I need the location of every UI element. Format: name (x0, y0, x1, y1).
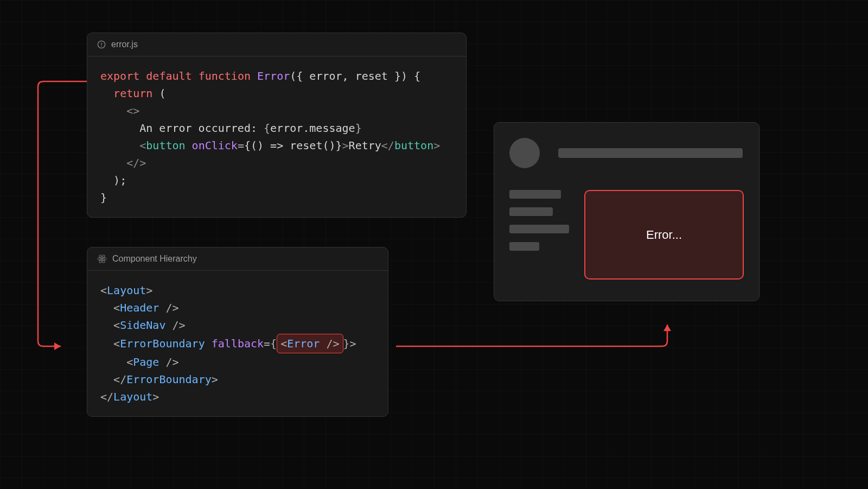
nav-item (509, 242, 539, 251)
browser-header-row (509, 138, 744, 168)
sidenav-placeholder (509, 190, 569, 280)
code-filename: error.js (111, 40, 138, 49)
nav-item (509, 190, 561, 199)
error-region: Error... (584, 190, 744, 280)
error-fallback-chip: <Error /> (277, 334, 343, 353)
code-panel: error.js export default function Error({… (87, 33, 467, 218)
code-body: export default function Error({ error, r… (87, 56, 466, 217)
hierarchy-panel: Component Hierarchy <Layout> <Header /> … (87, 247, 388, 417)
react-icon (97, 254, 107, 264)
nav-item (509, 207, 553, 216)
code-panel-header: error.js (87, 33, 466, 56)
hierarchy-header: Component Hierarchy (87, 247, 388, 271)
browser-layout-row: Error... (509, 190, 744, 280)
hierarchy-title: Component Hierarchy (112, 254, 197, 264)
hierarchy-body: <Layout> <Header /> <SideNav /> <ErrorBo… (87, 271, 388, 416)
browser-body: Error... (494, 123, 759, 295)
browser-mock: Error... (494, 122, 760, 301)
avatar-placeholder (509, 138, 540, 168)
warning-icon (97, 40, 106, 49)
error-label: Error... (646, 228, 682, 242)
svg-point-5 (101, 258, 103, 259)
svg-point-4 (101, 46, 102, 47)
nav-item (509, 225, 569, 233)
title-placeholder (558, 148, 743, 158)
